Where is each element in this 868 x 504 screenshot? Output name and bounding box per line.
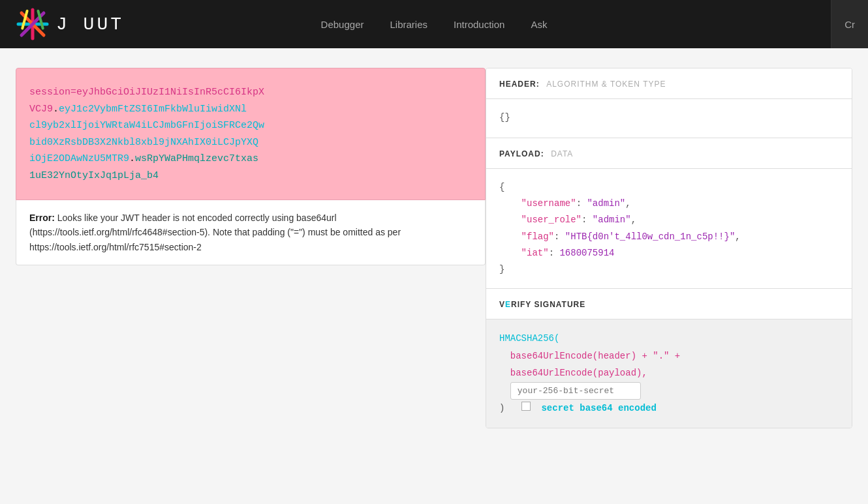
header-title: HEADER:: [499, 80, 540, 89]
payload-user-role-key: "user_role": [521, 215, 581, 225]
verify-body: HMACSHA256( base64UrlEncode(header) + ".…: [486, 319, 852, 427]
error-message: Looks like your JWT header is not encode…: [29, 213, 401, 252]
logo-icon: [16, 7, 50, 41]
navbar: J UUT Debugger Libraries Introduction As…: [0, 0, 868, 48]
payload-section-header: PAYLOAD: DATA: [486, 138, 852, 169]
error-label: Error:: [29, 213, 55, 223]
logo: J UUT: [16, 7, 124, 41]
nav-cr-button[interactable]: Cr: [831, 0, 868, 48]
header-section-header: HEADER: ALGORITHM & TOKEN TYPE: [486, 68, 852, 99]
verify-line3: base64UrlEncode(payload),: [510, 368, 647, 378]
main-content: session=eyJhbGciOiJIUzI1NiIsInR5cCI6IkpX…: [0, 48, 868, 448]
header-content: {}: [499, 112, 510, 123]
payload-title: PAYLOAD:: [499, 149, 544, 158]
payload-iat-val: 1680075914: [559, 248, 614, 258]
verify-close-paren: ): [499, 403, 504, 413]
nav-links: Debugger Libraries Introduction Ask: [321, 19, 548, 30]
error-box: Error: Looks like your JWT header is not…: [16, 200, 486, 265]
nav-ask[interactable]: Ask: [531, 19, 547, 30]
nav-introduction[interactable]: Introduction: [454, 19, 504, 30]
payload-iat-key: "iat": [521, 248, 549, 258]
nav-debugger[interactable]: Debugger: [321, 19, 364, 30]
right-panel: HEADER: ALGORITHM & TOKEN TYPE {} PAYLOA…: [486, 68, 852, 428]
token-dot2: .: [129, 153, 135, 164]
payload-close-brace: }: [499, 264, 504, 274]
token-box[interactable]: session=eyJhbGciOiJIUzI1NiIsInR5cCI6IkpX…: [16, 68, 486, 200]
header-subtitle: ALGORITHM & TOKEN TYPE: [546, 80, 666, 89]
payload-username-key: "username": [521, 198, 576, 209]
nav-libraries[interactable]: Libraries: [390, 19, 427, 30]
logo-text: J UUT: [56, 14, 124, 35]
payload-open-brace: {: [499, 182, 504, 192]
secret-checkbox-label: secret base64 encoded: [541, 403, 656, 413]
secret-input[interactable]: [510, 382, 641, 400]
payload-flag-val: "HTB{d0n't_4ll0w_cdn_1n_c5p!!}": [565, 231, 735, 242]
payload-subtitle: DATA: [551, 149, 573, 158]
verify-header: VERIFY SIGNATURE: [486, 289, 852, 319]
token-dot1: .: [53, 104, 59, 115]
verify-line2: base64UrlEncode(header) + "." +: [510, 351, 680, 361]
header-section-body: {}: [486, 99, 852, 138]
nav-right: Cr: [831, 0, 868, 48]
verify-func: HMACSHA256(: [499, 333, 559, 344]
left-panel: session=eyJhbGciOiJIUzI1NiIsInR5cCI6IkpX…: [16, 68, 486, 428]
verify-title: VERIFY SIGNATURE: [499, 300, 585, 309]
payload-section-body: { "username": "admin", "user_role": "adm…: [486, 169, 852, 289]
payload-flag-key: "flag": [521, 231, 554, 242]
secret-base64-checkbox[interactable]: [521, 402, 531, 411]
payload-user-role-val: "admin": [593, 215, 631, 225]
payload-username-val: "admin": [587, 198, 625, 209]
verify-e-highlight: E: [505, 300, 511, 309]
